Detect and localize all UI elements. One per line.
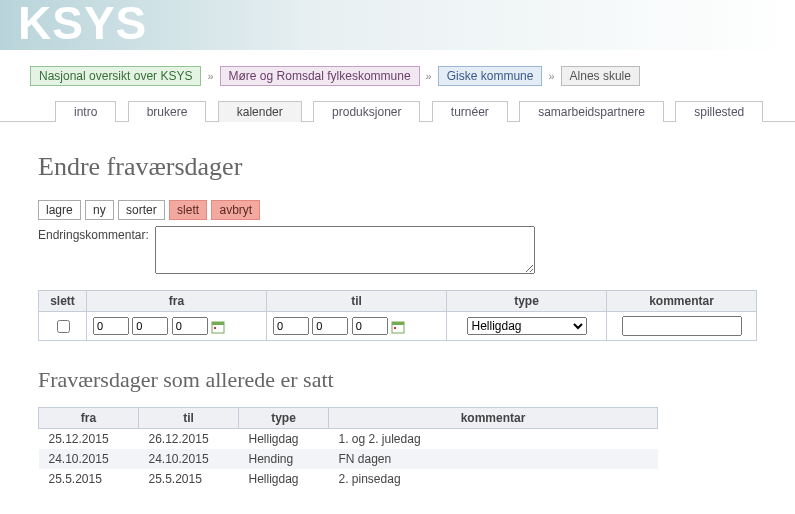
endringskommentar-input[interactable]: [155, 226, 535, 274]
svg-rect-1: [212, 322, 224, 325]
page-title: Endre fraværsdager: [38, 152, 757, 182]
list-col-type: type: [239, 408, 329, 429]
til-month-input[interactable]: [312, 317, 348, 335]
col-til: til: [267, 291, 447, 312]
edit-row: HelligdagHending: [39, 312, 757, 341]
svg-rect-5: [394, 327, 396, 329]
svg-rect-4: [392, 322, 404, 325]
sorter-button[interactable]: sorter: [118, 200, 165, 220]
breadcrumb-item[interactable]: Alnes skule: [561, 66, 640, 86]
ny-button[interactable]: ny: [85, 200, 114, 220]
section-title: Fraværsdager som allerede er satt: [38, 367, 757, 393]
tab-turneer[interactable]: turnéer: [432, 101, 508, 122]
fra-day-input[interactable]: [93, 317, 129, 335]
til-day-input[interactable]: [273, 317, 309, 335]
breadcrumb-separator: »: [426, 70, 432, 82]
endringskommentar-label: Endringskommentar:: [38, 226, 149, 242]
type-select[interactable]: HelligdagHending: [467, 317, 587, 335]
avbryt-button[interactable]: avbryt: [211, 200, 260, 220]
breadcrumb-separator: »: [207, 70, 213, 82]
breadcrumb-separator: »: [548, 70, 554, 82]
list-cell-kommentar: 1. og 2. juledag: [329, 429, 658, 450]
breadcrumb-item[interactable]: Møre og Romsdal fylkeskommune: [220, 66, 420, 86]
breadcrumb: Nasjonal oversikt over KSYS»Møre og Roms…: [0, 50, 795, 94]
fra-year-input[interactable]: [172, 317, 208, 335]
tab-kalender[interactable]: kalender: [218, 101, 302, 122]
col-kommentar: kommentar: [607, 291, 757, 312]
logo: KSYS: [18, 0, 147, 50]
list-cell-kommentar: FN dagen: [329, 449, 658, 469]
list-cell-type: Helligdag: [239, 469, 329, 489]
breadcrumb-item[interactable]: Nasjonal oversikt over KSYS: [30, 66, 201, 86]
tab-spillested[interactable]: spillested: [675, 101, 763, 122]
tab-brukere[interactable]: brukere: [128, 101, 207, 122]
tab-produksjoner[interactable]: produksjoner: [313, 101, 420, 122]
list-cell-type: Hending: [239, 449, 329, 469]
list-cell-fra: 25.5.2015: [39, 469, 139, 489]
main-content: Endre fraværsdager lagre ny sorter slett…: [0, 122, 795, 489]
list-row: 24.10.201524.10.2015HendingFN dagen: [39, 449, 658, 469]
edit-grid: slett fra til type kommentar: [38, 290, 757, 341]
list-cell-til: 24.10.2015: [139, 449, 239, 469]
list-col-til: til: [139, 408, 239, 429]
list-cell-kommentar: 2. pinsedag: [329, 469, 658, 489]
calendar-icon[interactable]: [391, 320, 405, 334]
slett-button[interactable]: slett: [169, 200, 207, 220]
fra-month-input[interactable]: [132, 317, 168, 335]
existing-list: fra til type kommentar 25.12.201526.12.2…: [38, 407, 658, 489]
breadcrumb-item[interactable]: Giske kommune: [438, 66, 543, 86]
lagre-button[interactable]: lagre: [38, 200, 81, 220]
tab-bar: intro brukere kalender produksjoner turn…: [0, 100, 795, 122]
list-row: 25.5.201525.5.2015Helligdag2. pinsedag: [39, 469, 658, 489]
tab-intro[interactable]: intro: [55, 101, 116, 122]
row-delete-checkbox[interactable]: [57, 320, 70, 333]
list-cell-fra: 24.10.2015: [39, 449, 139, 469]
list-row: 25.12.201526.12.2015Helligdag1. og 2. ju…: [39, 429, 658, 450]
col-fra: fra: [87, 291, 267, 312]
comment-row: Endringskommentar:: [38, 226, 757, 274]
list-cell-fra: 25.12.2015: [39, 429, 139, 450]
list-col-kommentar: kommentar: [329, 408, 658, 429]
tab-samarbeidspartnere[interactable]: samarbeidspartnere: [519, 101, 664, 122]
app-header: KSYS: [0, 0, 795, 50]
til-year-input[interactable]: [352, 317, 388, 335]
list-cell-type: Helligdag: [239, 429, 329, 450]
svg-rect-2: [214, 327, 216, 329]
action-buttons: lagre ny sorter slett avbryt: [38, 200, 757, 220]
list-col-fra: fra: [39, 408, 139, 429]
col-type: type: [447, 291, 607, 312]
calendar-icon[interactable]: [211, 320, 225, 334]
kommentar-input[interactable]: [622, 316, 742, 336]
col-slett: slett: [39, 291, 87, 312]
list-cell-til: 25.5.2015: [139, 469, 239, 489]
list-cell-til: 26.12.2015: [139, 429, 239, 450]
